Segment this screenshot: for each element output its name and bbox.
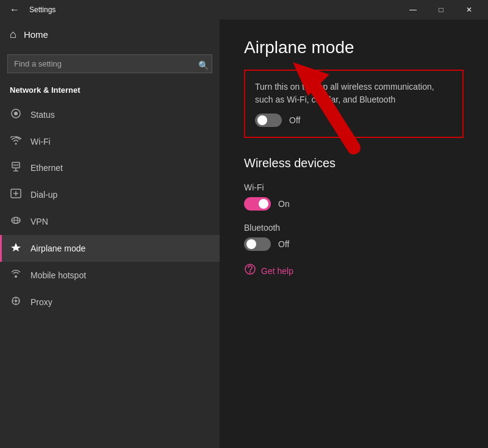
search-container: 🔍 — [0, 49, 220, 81]
dialup-label: Dial-up — [30, 190, 57, 200]
get-help-icon — [244, 263, 256, 278]
airplane-label: Airplane mode — [30, 244, 85, 253]
proxy-label: Proxy — [30, 297, 52, 307]
airplane-mode-card: Turn this on to stop all wireless commun… — [244, 70, 464, 138]
hotspot-icon — [10, 269, 22, 281]
maximize-icon: □ — [439, 5, 443, 14]
minimize-button[interactable]: — — [399, 0, 427, 20]
sidebar-home-label: Home — [24, 29, 48, 40]
content-area: Airplane mode Turn this on to stop all w… — [220, 20, 488, 448]
vpn-label: VPN — [30, 217, 48, 226]
status-icon — [10, 108, 22, 121]
search-button[interactable]: 🔍 — [198, 60, 209, 70]
hotspot-label: Mobile hotspot — [30, 270, 86, 280]
sidebar-item-dialup[interactable]: Dial-up — [0, 181, 220, 208]
proxy-icon — [10, 296, 22, 308]
wifi-toggle-row: On — [244, 197, 464, 211]
maximize-button[interactable]: □ — [427, 0, 455, 20]
page-title: Airplane mode — [244, 38, 464, 57]
bluetooth-toggle[interactable] — [244, 237, 271, 251]
dialup-icon — [10, 189, 22, 201]
vpn-icon — [10, 215, 22, 228]
sidebar-item-status[interactable]: Status — [0, 101, 220, 129]
app-container: ⌂ Home 🔍 Network & Internet Status — [0, 20, 488, 448]
titlebar-controls: — □ ✕ — [399, 0, 483, 20]
sidebar-item-proxy[interactable]: Proxy — [0, 289, 220, 316]
bluetooth-item: Bluetooth Off — [244, 223, 464, 251]
airplane-toggle[interactable] — [255, 114, 282, 127]
wifi-item: Wi-Fi On — [244, 182, 464, 211]
bluetooth-toggle-label: Off — [278, 239, 289, 249]
titlebar-title: Settings — [29, 5, 56, 14]
svg-point-15 — [15, 300, 17, 302]
sidebar: ⌂ Home 🔍 Network & Internet Status — [0, 20, 220, 448]
wireless-section-title: Wireless devices — [244, 156, 464, 170]
airplane-description: Turn this on to stop all wireless commun… — [255, 81, 453, 106]
airplane-toggle-label: Off — [289, 115, 300, 125]
ethernet-icon — [10, 162, 22, 174]
status-label: Status — [30, 110, 55, 120]
wifi-item-label: Wi-Fi — [244, 182, 464, 192]
close-icon: ✕ — [466, 5, 472, 14]
sidebar-item-hotspot[interactable]: Mobile hotspot — [0, 262, 220, 289]
sidebar-item-airplane[interactable]: Airplane mode — [0, 235, 220, 262]
category-label: Network & Internet — [0, 81, 220, 101]
titlebar-left: ← Settings — [5, 2, 56, 18]
close-button[interactable]: ✕ — [455, 0, 483, 20]
airplane-icon — [10, 242, 22, 255]
search-input[interactable] — [7, 54, 212, 73]
get-help-link[interactable]: Get help — [244, 263, 464, 278]
back-button[interactable]: ← — [5, 2, 24, 18]
wifi-toggle-label: On — [278, 199, 290, 209]
minimize-icon: — — [409, 5, 417, 14]
airplane-toggle-thumb — [257, 115, 267, 125]
sidebar-item-home[interactable]: ⌂ Home — [0, 20, 220, 49]
wifi-icon — [10, 136, 22, 147]
bluetooth-item-label: Bluetooth — [244, 223, 464, 233]
sidebar-item-wifi[interactable]: Wi-Fi — [0, 129, 220, 154]
home-icon: ⌂ — [10, 28, 16, 41]
search-icon: 🔍 — [198, 60, 209, 70]
bluetooth-toggle-row: Off — [244, 237, 464, 251]
wifi-toggle[interactable] — [244, 197, 271, 211]
sidebar-item-vpn[interactable]: VPN — [0, 208, 220, 235]
svg-point-1 — [14, 112, 18, 115]
wifi-label: Wi-Fi — [30, 137, 51, 146]
get-help-label: Get help — [261, 266, 293, 276]
wifi-toggle-thumb — [259, 199, 268, 209]
ethernet-label: Ethernet — [30, 163, 63, 173]
titlebar: ← Settings — □ ✕ — [0, 0, 488, 20]
bluetooth-toggle-thumb — [246, 239, 256, 249]
sidebar-item-ethernet[interactable]: Ethernet — [0, 154, 220, 181]
airplane-toggle-row: Off — [255, 114, 453, 127]
back-icon: ← — [10, 4, 20, 15]
